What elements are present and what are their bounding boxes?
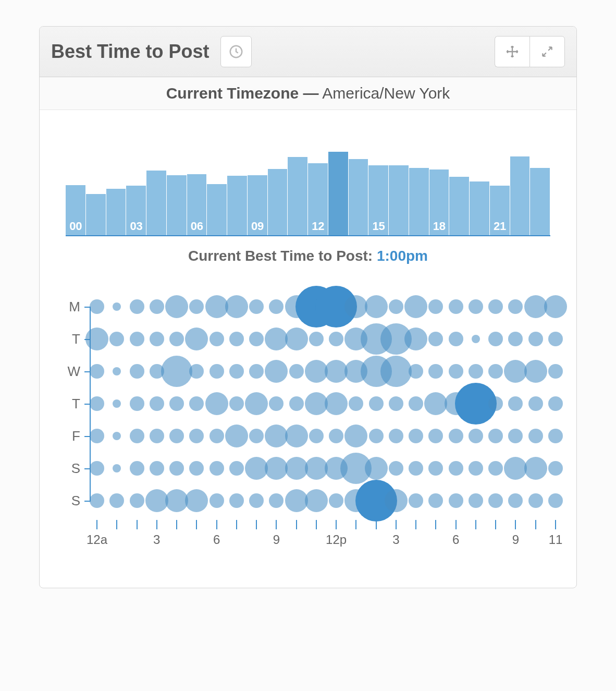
bubble	[229, 332, 244, 346]
bubble	[265, 360, 288, 383]
bubble	[169, 332, 184, 346]
bubble	[109, 332, 124, 346]
day-tick	[84, 468, 90, 469]
bubble	[113, 432, 121, 440]
bubble	[130, 429, 144, 443]
bubble	[90, 396, 104, 411]
bubble	[528, 493, 543, 508]
x-tick	[256, 520, 257, 529]
bubble	[409, 364, 423, 379]
bubble	[548, 493, 563, 508]
bubble	[469, 429, 483, 443]
bubble	[409, 493, 423, 508]
x-label: 3	[153, 532, 160, 547]
bubble	[548, 364, 563, 379]
bubble	[369, 429, 384, 443]
x-tick	[296, 520, 297, 529]
bubble	[189, 396, 204, 411]
bubble	[449, 429, 463, 443]
bar	[268, 169, 288, 235]
panel-header: Best Time to Post	[40, 27, 576, 77]
x-tick	[96, 520, 97, 529]
bubble	[285, 328, 308, 350]
bubble	[508, 396, 523, 411]
bubble	[469, 461, 483, 476]
bubble	[305, 489, 328, 512]
bubble	[229, 493, 244, 508]
collapse-button[interactable]	[529, 36, 565, 67]
bubble	[449, 332, 463, 346]
day-row: T	[66, 323, 550, 355]
bubble	[469, 493, 483, 508]
day-row: M	[66, 290, 550, 323]
bubble	[249, 364, 264, 379]
day-tick	[84, 501, 90, 502]
bubble	[113, 367, 121, 375]
bubble	[428, 493, 443, 508]
day-label: S	[63, 493, 80, 509]
bubble	[380, 356, 412, 387]
x-tick	[555, 520, 556, 529]
bubble	[205, 392, 228, 415]
bar	[167, 175, 187, 235]
bubble	[488, 461, 503, 476]
bubble	[269, 299, 284, 314]
bubble	[130, 461, 144, 476]
bar	[328, 152, 348, 235]
bar-tick: 09	[251, 220, 264, 233]
bubble	[245, 392, 268, 415]
bubble	[488, 429, 503, 443]
bubble	[90, 461, 104, 476]
bubble	[130, 299, 144, 314]
best-time-label: Current Best Time to Post:	[188, 248, 373, 264]
x-tick	[137, 520, 138, 529]
bubble	[488, 396, 503, 411]
bubble	[210, 429, 224, 443]
bubble	[210, 493, 224, 508]
x-label: 6	[452, 532, 459, 547]
x-tick	[156, 520, 157, 529]
bubble	[85, 328, 108, 350]
day-row: F	[66, 420, 550, 452]
day-label: M	[63, 299, 80, 315]
bubble	[404, 295, 427, 318]
bubble	[309, 429, 324, 443]
day-row: S	[66, 452, 550, 484]
x-label: 9	[512, 532, 519, 547]
bubble	[344, 425, 367, 447]
bar-tick: 06	[191, 220, 203, 233]
bubble	[488, 299, 503, 314]
bubble	[544, 295, 567, 318]
day-tick	[84, 307, 90, 308]
bubble	[189, 299, 204, 314]
bubble	[469, 364, 483, 379]
bar	[227, 176, 247, 235]
bubble	[225, 425, 248, 447]
x-tick	[276, 520, 277, 529]
bubble	[289, 364, 304, 379]
bubble	[210, 332, 224, 346]
bubble	[428, 299, 443, 314]
bubble	[449, 364, 463, 379]
bubble	[428, 332, 443, 346]
panel-controls	[495, 36, 565, 67]
day-tick	[84, 436, 90, 437]
bar	[207, 184, 227, 235]
bubble	[189, 461, 204, 476]
clock-button[interactable]	[220, 36, 252, 67]
bubble	[548, 429, 563, 443]
x-label: 3	[392, 532, 399, 547]
clock-icon	[228, 44, 244, 59]
bubble	[469, 299, 483, 314]
best-time-line: Current Best Time to Post: 1:00pm	[55, 248, 561, 264]
matrix-x-axis: 12a36912p36911	[66, 520, 550, 556]
bubble	[113, 302, 121, 311]
move-button[interactable]	[495, 36, 529, 67]
day-tick	[84, 404, 90, 405]
bubble	[289, 396, 304, 411]
bubble	[449, 461, 463, 476]
bubble	[169, 429, 184, 443]
bar	[86, 194, 106, 235]
x-tick	[216, 520, 217, 529]
bubble	[185, 328, 208, 350]
